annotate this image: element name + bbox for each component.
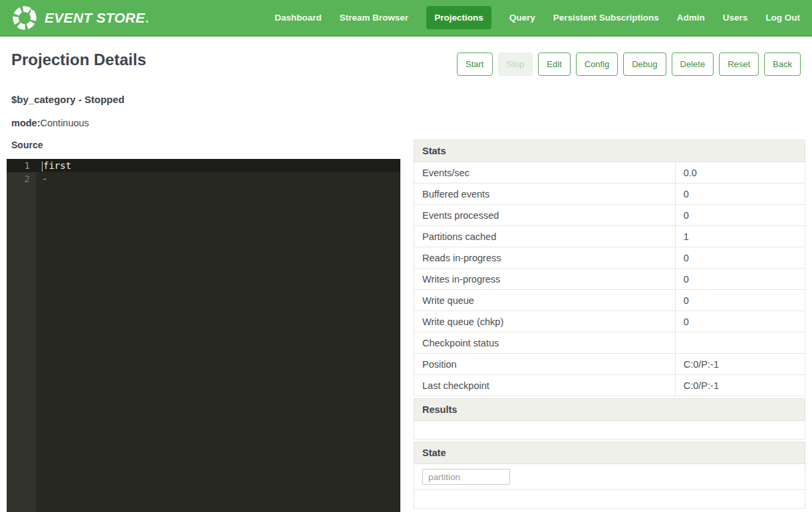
logo-period: . bbox=[145, 10, 149, 25]
line-number: 1 bbox=[7, 159, 36, 172]
nav-item-stream-browser[interactable]: Stream Browser bbox=[340, 13, 409, 23]
stats-header: Stats bbox=[414, 140, 805, 162]
event-store-logo[interactable]: EVENT STORE. bbox=[11, 4, 149, 32]
code-text: - bbox=[36, 172, 47, 186]
stat-label: Position bbox=[414, 354, 676, 375]
stats-table: Stats Events/sec0.0 Buffered events0 Eve… bbox=[414, 140, 805, 396]
table-row: Checkpoint status bbox=[414, 332, 805, 354]
line-number: 2 bbox=[7, 172, 36, 186]
editor-lines: 1 first 2 - bbox=[7, 159, 400, 186]
stat-value bbox=[675, 332, 805, 354]
main-columns: Source 1 first 2 - Stats bbox=[7, 140, 805, 512]
start-button[interactable]: Start bbox=[457, 53, 492, 76]
code-text: first bbox=[36, 159, 71, 172]
state-content bbox=[414, 490, 805, 509]
table-row bbox=[414, 464, 805, 490]
stat-label: Events/sec bbox=[414, 162, 676, 184]
source-column: Source 1 first 2 - bbox=[7, 140, 400, 512]
stop-button[interactable]: Stop bbox=[498, 53, 533, 76]
stat-label: Events processed bbox=[414, 205, 676, 226]
table-row: PositionC:0/P:-1 bbox=[414, 354, 805, 375]
nav-item-dashboard[interactable]: Dashboard bbox=[275, 13, 322, 23]
logo-text: EVENT STORE. bbox=[45, 10, 149, 26]
delete-button[interactable]: Delete bbox=[672, 53, 714, 76]
nav-item-log-out[interactable]: Log Out bbox=[765, 13, 800, 23]
stat-value: 0 bbox=[675, 205, 805, 226]
reset-button[interactable]: Reset bbox=[719, 53, 759, 76]
details-column: Stats Events/sec0.0 Buffered events0 Eve… bbox=[414, 140, 805, 512]
results-content bbox=[414, 421, 805, 440]
partition-cell bbox=[414, 464, 805, 490]
stat-label: Writes in-progress bbox=[414, 269, 676, 290]
stat-label: Reads in-progress bbox=[414, 247, 676, 269]
table-row: Write queue (chkp)0 bbox=[414, 311, 805, 332]
nav-item-persistent-subscriptions[interactable]: Persistent Subscriptions bbox=[553, 13, 659, 23]
stat-value: 1 bbox=[675, 226, 805, 247]
text-cursor bbox=[42, 162, 43, 172]
projection-toolbar: Start Stop Edit Config Debug Delete Rese… bbox=[457, 53, 801, 76]
table-row: Partitions cached1 bbox=[414, 226, 805, 247]
state-table: State bbox=[414, 442, 805, 509]
table-row bbox=[414, 490, 805, 509]
stat-value: 0.0 bbox=[675, 162, 805, 184]
stat-label: Write queue (chkp) bbox=[414, 311, 676, 332]
projection-name-status: $by_category - Stopped bbox=[7, 94, 805, 105]
debug-button[interactable]: Debug bbox=[623, 53, 666, 76]
code-line[interactable]: 1 first bbox=[7, 159, 400, 172]
stat-value: 0 bbox=[675, 311, 805, 332]
source-label: Source bbox=[7, 140, 400, 150]
stat-value: C:0/P:-1 bbox=[675, 375, 805, 396]
stat-label: Partitions cached bbox=[414, 226, 676, 247]
table-row: Write queue0 bbox=[414, 290, 805, 311]
nav-item-projections[interactable]: Projections bbox=[426, 6, 491, 29]
partition-input[interactable] bbox=[422, 469, 510, 485]
table-row: Last checkpointC:0/P:-1 bbox=[414, 375, 805, 396]
main-nav: Dashboard Stream Browser Projections Que… bbox=[275, 6, 800, 29]
edit-button[interactable]: Edit bbox=[538, 53, 570, 76]
top-navbar: EVENT STORE. Dashboard Stream Browser Pr… bbox=[0, 0, 812, 37]
stat-value: 0 bbox=[675, 290, 805, 311]
back-button[interactable]: Back bbox=[764, 53, 801, 76]
state-header: State bbox=[414, 442, 805, 464]
editor-gutter bbox=[7, 159, 36, 512]
title-row: Projection Details Start Stop Edit Confi… bbox=[7, 50, 805, 76]
stat-label: Buffered events bbox=[414, 184, 676, 205]
nav-item-admin[interactable]: Admin bbox=[677, 13, 705, 23]
table-row: Events/sec0.0 bbox=[414, 162, 805, 184]
results-header: Results bbox=[414, 399, 805, 421]
table-row: Events processed0 bbox=[414, 205, 805, 226]
mode-line: mode:Continuous bbox=[7, 118, 805, 128]
config-button[interactable]: Config bbox=[576, 53, 618, 76]
mode-label: mode: bbox=[11, 118, 41, 128]
page-content: Projection Details Start Stop Edit Confi… bbox=[0, 37, 812, 512]
table-row: Writes in-progress0 bbox=[414, 269, 805, 290]
stat-value: 0 bbox=[675, 269, 805, 290]
stat-label: Last checkpoint bbox=[414, 375, 676, 396]
nav-item-query[interactable]: Query bbox=[509, 13, 535, 23]
stat-label: Write queue bbox=[414, 290, 676, 311]
mode-value: Continuous bbox=[41, 118, 89, 128]
table-row: Reads in-progress0 bbox=[414, 247, 805, 269]
stat-value: C:0/P:-1 bbox=[675, 354, 805, 375]
code-line[interactable]: 2 - bbox=[7, 172, 400, 186]
nav-item-users[interactable]: Users bbox=[723, 13, 748, 23]
source-code-editor[interactable]: 1 first 2 - bbox=[7, 159, 400, 512]
results-table: Results bbox=[414, 398, 805, 440]
stat-value: 0 bbox=[675, 247, 805, 269]
page-title: Projection Details bbox=[11, 50, 146, 70]
table-row bbox=[414, 421, 805, 440]
stat-label: Checkpoint status bbox=[414, 332, 676, 354]
circular-arrows-logo-icon bbox=[11, 4, 39, 32]
table-row: Buffered events0 bbox=[414, 184, 805, 205]
stat-value: 0 bbox=[675, 184, 805, 205]
